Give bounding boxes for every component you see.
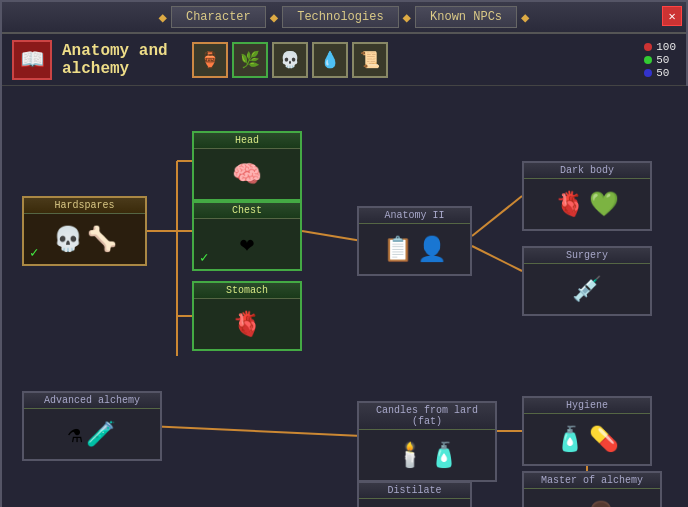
node-stomach[interactable]: Stomach 🫀	[192, 281, 302, 351]
stomach-icon: 🫀	[232, 310, 262, 339]
candles-title: Candles from lard (fat)	[359, 403, 495, 430]
candles-body: 🕯️ 🧴	[391, 430, 463, 480]
header-row: 📖 Anatomy andalchemy 🏺 🌿 💀 💧 📜 100 50 50	[2, 34, 686, 86]
header-icon-2[interactable]: 🌿	[232, 42, 268, 78]
surgery-title: Surgery	[524, 248, 650, 264]
node-head[interactable]: Head 🧠	[192, 131, 302, 201]
resource-green: 50	[644, 54, 676, 66]
chest-title: Chest	[194, 203, 300, 219]
resource-blue: 50	[644, 67, 676, 79]
svg-line-6	[472, 196, 522, 236]
anatomy2-icon-2: 👤	[417, 235, 447, 264]
header-icon-3[interactable]: 💀	[272, 42, 308, 78]
close-button[interactable]: ✕	[662, 6, 682, 26]
stomach-body: 🫀	[228, 299, 266, 349]
node-advanced-alchemy[interactable]: Advanced alchemy ⚗️ 🧪	[22, 391, 162, 461]
hardspares-icon-skull: 💀	[53, 225, 83, 254]
anatomy2-body: 📋 👤	[379, 224, 451, 274]
nav-diamond-left: ◆	[159, 9, 167, 26]
stomach-title: Stomach	[194, 283, 300, 299]
advanced-alchemy-body: ⚗️ 🧪	[64, 409, 120, 459]
header-resources: 100 50 50	[644, 41, 676, 79]
chest-body: ❤️	[236, 219, 258, 269]
hardspares-body: 💀 🦴	[49, 214, 121, 264]
res-dot-red	[644, 43, 652, 51]
node-chest[interactable]: Chest ❤️ ✓	[192, 201, 302, 271]
nav-diamond-2: ◆	[270, 9, 278, 26]
hardspares-title: Hardspares	[24, 198, 145, 214]
res-dot-green	[644, 56, 652, 64]
svg-line-8	[147, 426, 362, 436]
hardspares-check: ✓	[30, 244, 38, 261]
dark-body-title: Dark body	[524, 163, 650, 179]
advanced-alchemy-icon-2: 🧪	[86, 420, 116, 449]
chest-check: ✓	[200, 249, 208, 266]
distilate-body: ⚗️	[403, 499, 425, 507]
header-title: Anatomy andalchemy	[62, 42, 182, 78]
master-alchemy-icon-2: 👨	[586, 500, 616, 508]
res-val-red: 100	[656, 41, 676, 53]
node-distilate[interactable]: Distilate ⚗️	[357, 481, 472, 507]
chest-icon: ❤️	[240, 230, 254, 259]
hygiene-icon-2: 💊	[589, 425, 619, 454]
nav-diamond-right: ◆	[521, 9, 529, 26]
hygiene-body: 🧴 💊	[551, 414, 623, 464]
hardspares-icon-bone: 🦴	[87, 225, 117, 254]
dark-body-icon-1: 🫀	[555, 190, 585, 219]
node-dark-body[interactable]: Dark body 🫀 💚	[522, 161, 652, 231]
candles-icon-2: 🧴	[429, 441, 459, 470]
surgery-body: 💉	[568, 264, 606, 314]
master-alchemy-body: ⚗️ 👨	[564, 489, 620, 507]
res-val-green: 50	[656, 54, 669, 66]
main-area: Hardspares 💀 🦴 ✓ Head 🧠 Chest ❤️ ✓ Stoma…	[2, 86, 688, 507]
header-icon-1[interactable]: 🏺	[192, 42, 228, 78]
head-body: 🧠	[228, 149, 266, 199]
node-surgery[interactable]: Surgery 💉	[522, 246, 652, 316]
svg-line-5	[302, 231, 362, 241]
svg-line-7	[472, 246, 522, 271]
nav-diamond-3: ◆	[403, 9, 411, 26]
node-anatomy2[interactable]: Anatomy II 📋 👤	[357, 206, 472, 276]
nav-bar: ◆ Character ◆ Technologies ◆ Known NPCs …	[2, 2, 686, 34]
candles-icon-1: 🕯️	[395, 441, 425, 470]
resource-red: 100	[644, 41, 676, 53]
anatomy2-icon-1: 📋	[383, 235, 413, 264]
surgery-icon: 💉	[572, 275, 602, 304]
tab-known-npcs[interactable]: Known NPCs	[415, 6, 517, 28]
anatomy2-title: Anatomy II	[359, 208, 470, 224]
tab-character[interactable]: Character	[171, 6, 266, 28]
header-main-icon: 📖	[12, 40, 52, 80]
head-icon: 🧠	[232, 160, 262, 189]
tab-technologies[interactable]: Technologies	[282, 6, 398, 28]
advanced-alchemy-icon-1: ⚗️	[68, 420, 82, 449]
master-alchemy-icon-1: ⚗️	[568, 500, 582, 508]
node-hardspares[interactable]: Hardspares 💀 🦴 ✓	[22, 196, 147, 266]
header-icon-4[interactable]: 💧	[312, 42, 348, 78]
dark-body-body: 🫀 💚	[551, 179, 623, 229]
res-val-blue: 50	[656, 67, 669, 79]
hygiene-title: Hygiene	[524, 398, 650, 414]
header-icons: 🏺 🌿 💀 💧 📜	[192, 42, 388, 78]
game-window: ◆ Character ◆ Technologies ◆ Known NPCs …	[0, 0, 688, 507]
dark-body-icon-2: 💚	[589, 190, 619, 219]
distilate-title: Distilate	[359, 483, 470, 499]
header-icon-5[interactable]: 📜	[352, 42, 388, 78]
node-hygiene[interactable]: Hygiene 🧴 💊	[522, 396, 652, 466]
advanced-alchemy-title: Advanced alchemy	[24, 393, 160, 409]
node-master-alchemy[interactable]: Master of alchemy ⚗️ 👨	[522, 471, 662, 507]
node-candles[interactable]: Candles from lard (fat) 🕯️ 🧴	[357, 401, 497, 482]
res-dot-blue	[644, 69, 652, 77]
head-title: Head	[194, 133, 300, 149]
master-alchemy-title: Master of alchemy	[524, 473, 660, 489]
hygiene-icon-1: 🧴	[555, 425, 585, 454]
